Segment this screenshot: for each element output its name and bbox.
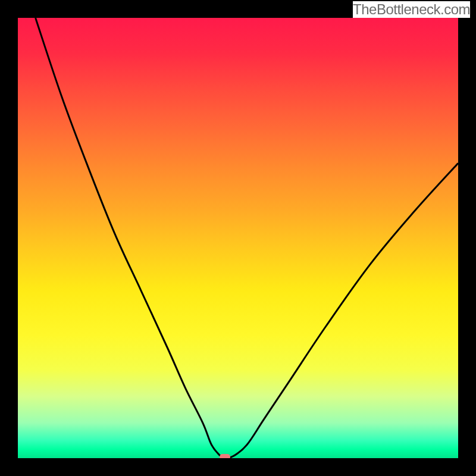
bottleneck-curve	[18, 18, 458, 458]
chart-frame: TheBottleneck.com	[0, 0, 476, 476]
minimum-marker-icon	[220, 454, 230, 458]
attribution-label: TheBottleneck.com	[353, 1, 470, 18]
chart-plot-area	[18, 18, 458, 458]
